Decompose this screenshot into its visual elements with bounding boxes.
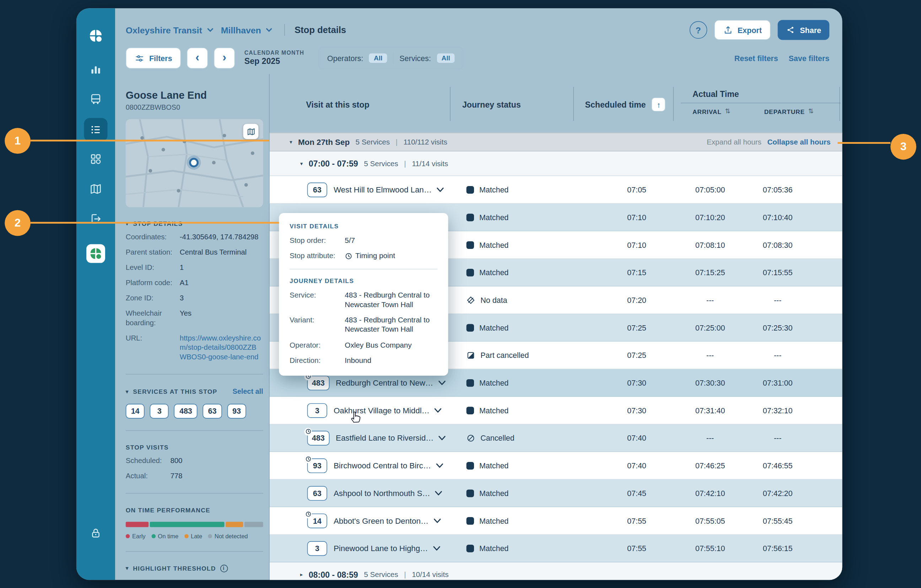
callout-1-badge: 1: [5, 128, 31, 154]
chevron-down-icon[interactable]: [433, 546, 440, 551]
save-filters-link[interactable]: Save filters: [788, 54, 829, 62]
service-badge: 63: [308, 182, 327, 197]
hour-group-row-next[interactable]: ▸ 08:00 - 08:59 5 Services | 10/14 visit…: [270, 562, 843, 580]
chevron-down-icon[interactable]: [438, 380, 445, 385]
service-chip[interactable]: 14: [126, 404, 145, 418]
stop-url-link[interactable]: https://www.oxleyshire.com/stop-details/…: [180, 334, 263, 362]
arrival-time: 07:05:00: [678, 176, 743, 203]
prev-month-button[interactable]: ‹: [187, 47, 208, 69]
route-label: Oakhurst Village to Middl…: [334, 406, 430, 415]
breadcrumb-divider: [285, 24, 285, 36]
lock-icon: [89, 526, 102, 539]
chevron-down-icon[interactable]: [207, 28, 214, 32]
partner-app-icon: [86, 244, 105, 263]
filters-button[interactable]: Filters: [126, 47, 181, 69]
app-logo-icon[interactable]: [84, 24, 107, 47]
table-row[interactable]: 63 West Hill to Elmwood Lan… Matched 07:…: [270, 176, 843, 204]
table-row[interactable]: 483 Eastfield Lane to Riversid… Cancelle…: [270, 424, 843, 452]
field-wheelchair: Wheelchair boarding:Yes: [126, 309, 263, 328]
service-chip[interactable]: 483: [174, 404, 198, 418]
sidebar-item-apps[interactable]: [84, 147, 107, 171]
service-badge: 14: [308, 513, 327, 528]
chevron-down-icon[interactable]: [433, 518, 441, 523]
stop-attribute-row: Stop attribute: Timing point: [290, 252, 438, 261]
sidebar-item-map[interactable]: [84, 177, 107, 201]
chevron-down-icon[interactable]: ▾: [300, 161, 303, 167]
separator: |: [404, 159, 406, 167]
visit-details-popup: VISIT DETAILS Stop order:5/7 Stop attrib…: [279, 213, 448, 376]
operators-all-tag[interactable]: All: [369, 53, 387, 62]
share-button[interactable]: Share: [778, 20, 829, 40]
stop-map[interactable]: [126, 119, 263, 207]
otp-ontime-segment: [150, 521, 225, 527]
table-row[interactable]: 93 Birchwood Central to Birc… Matched 07…: [270, 452, 843, 480]
breadcrumb-area[interactable]: Millhaven: [221, 25, 261, 35]
expand-all-hours-link[interactable]: Expand all hours: [707, 138, 762, 146]
arrival-time: ---: [678, 424, 743, 451]
chevron-down-icon: ▾: [126, 565, 129, 571]
chevron-down-icon[interactable]: [436, 463, 443, 468]
chevron-right-icon[interactable]: ▸: [300, 571, 303, 577]
pinwheel-logo-icon: [90, 30, 102, 42]
breadcrumb-network[interactable]: Oxleyshire Transit: [126, 25, 202, 35]
hour-group-row[interactable]: ▾ 07:00 - 07:59 5 Services | 11/14 visit…: [270, 151, 843, 176]
cursor-pointer-icon: [349, 410, 362, 424]
chevron-down-icon[interactable]: [266, 28, 273, 32]
col-status-header: Journey status: [462, 100, 521, 109]
export-button[interactable]: Export: [714, 20, 771, 40]
filter-bar: Filters ‹ › CALENDAR MONTH Sep 2025 Oper…: [115, 42, 842, 74]
sort-ascending-button[interactable]: ↑: [652, 97, 666, 112]
service-row: Service:483 - Redburgh Central to Newcas…: [290, 290, 438, 309]
select-all-link[interactable]: Select all: [233, 387, 263, 396]
scheduled-time: 07:10: [604, 231, 669, 258]
hour-label: 07:00 - 07:59: [309, 159, 358, 168]
table-row[interactable]: 14 Abbot's Green to Denton… Matched 07:5…: [270, 507, 843, 535]
info-icon[interactable]: i: [220, 565, 228, 572]
collapse-all-hours-link[interactable]: Collapse all hours: [767, 138, 830, 146]
departure-time: 07:31:00: [745, 369, 810, 396]
timing-point-clock-icon: [304, 455, 312, 463]
chevron-down-icon[interactable]: ▾: [290, 139, 292, 145]
services-section-header[interactable]: ▾ SERVICES AT THIS STOP Select all: [126, 387, 263, 396]
service-chip[interactable]: 3: [150, 404, 169, 418]
col-actual-header: Actual Time: [693, 89, 739, 98]
next-month-button[interactable]: ›: [214, 47, 235, 69]
journey-status: Matched: [467, 480, 509, 507]
arrival-time: 07:10:20: [678, 204, 743, 231]
sidebar-item-stop-list[interactable]: [84, 118, 107, 141]
sidebar-item-vehicles[interactable]: [84, 87, 107, 111]
hour-visits: 10/14 visits: [412, 570, 448, 578]
sidebar-item-partner-app[interactable]: [84, 242, 107, 265]
route-label: Eastfield Lane to Riversid…: [336, 434, 433, 442]
service-chip[interactable]: 93: [227, 404, 246, 418]
reset-filters-link[interactable]: Reset filters: [734, 54, 778, 62]
arrival-time: ---: [678, 286, 743, 313]
help-button[interactable]: ?: [689, 21, 707, 39]
sort-icon[interactable]: ⇅: [725, 107, 731, 115]
matched-icon: [467, 379, 474, 386]
journey-status: Matched: [467, 314, 509, 341]
map-layers-button[interactable]: [243, 124, 258, 139]
chevron-down-icon[interactable]: [436, 187, 444, 192]
sidebar-item-analytics[interactable]: [84, 58, 107, 82]
sidebar-item-sign-out[interactable]: [84, 207, 107, 231]
calendar-month-label: CALENDAR MONTH: [244, 50, 304, 57]
services-all-tag[interactable]: All: [437, 53, 455, 62]
day-group-row[interactable]: ▾ Mon 27th Sep 5 Services | 110/112 visi…: [270, 133, 843, 152]
chevron-down-icon[interactable]: [435, 491, 443, 496]
separator: |: [404, 570, 406, 578]
table-row[interactable]: 3 Pinewood Lane to Highg… Matched 07:55 …: [270, 535, 843, 562]
popup-divider: [290, 268, 438, 269]
chevron-down-icon[interactable]: [434, 408, 442, 413]
sort-icon[interactable]: ⇅: [809, 107, 814, 115]
service-chip[interactable]: 63: [203, 404, 222, 418]
col-departure-header: DEPARTURE⇅: [764, 107, 814, 115]
table-row[interactable]: 63 Ashpool to Northmouth S… Matched 07:4…: [270, 480, 843, 507]
departure-time: 07:25:30: [745, 314, 810, 341]
sidebar: [76, 8, 115, 580]
sidebar-item-lock[interactable]: [84, 521, 107, 545]
content-area: Goose Lane End 0800ZZBWBOS0: [115, 74, 842, 580]
highlight-threshold-header[interactable]: ▾ HIGHLIGHT THRESHOLD i: [126, 565, 263, 572]
chevron-down-icon[interactable]: [438, 435, 446, 441]
departure-time: ---: [745, 424, 810, 451]
